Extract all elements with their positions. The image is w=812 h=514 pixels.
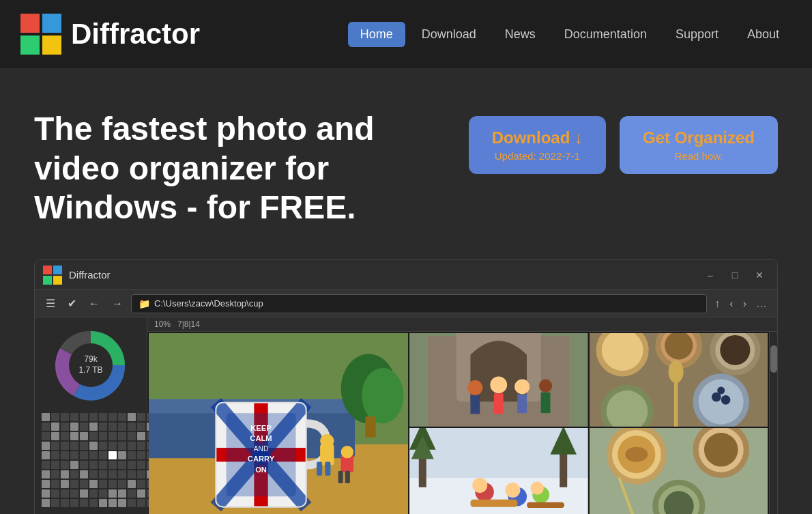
logo-area: Diffractor (20, 14, 200, 55)
svg-rect-35 (338, 471, 343, 483)
nav-support[interactable]: Support (663, 22, 731, 47)
diffractor-logo-icon (20, 14, 61, 55)
grid-cell (51, 442, 59, 450)
address-text: C:\Users\zacw\Desktop\cup (154, 298, 263, 309)
grid-cell (99, 432, 107, 440)
hero-buttons: Download ↓ Updated: 2022-7-1 Get Organiz… (469, 116, 778, 174)
svg-rect-36 (345, 471, 350, 483)
grid-cell (137, 499, 145, 507)
svg-point-56 (720, 335, 750, 365)
get-organized-button[interactable]: Get Organized Read how. (620, 116, 778, 174)
grid-cell (42, 423, 50, 431)
grid-cell (89, 461, 98, 469)
photo-br1-svg (409, 428, 588, 515)
photo-grid: KEEP CALM AND CARRY ON (147, 332, 769, 514)
scrollbar-thumb[interactable] (770, 345, 777, 373)
nav-prev-icon[interactable]: ‹ (726, 296, 736, 311)
grid-cell (80, 432, 88, 440)
minimize-button[interactable]: – (701, 266, 720, 285)
svg-point-40 (467, 380, 482, 395)
grid-cell (70, 423, 78, 431)
zoom-level: 10% (154, 319, 171, 329)
grid-cell (42, 432, 50, 440)
grid-cell (51, 461, 59, 469)
photo-top-right-2 (590, 333, 768, 427)
grid-cell (108, 432, 117, 440)
grid-cell (89, 499, 98, 507)
svg-rect-47 (541, 392, 551, 413)
grid-cell (80, 442, 88, 450)
menu-icon[interactable]: ☰ (42, 296, 59, 311)
grid-cell (51, 432, 59, 440)
nav-about[interactable]: About (735, 22, 792, 47)
grid-cell (99, 423, 107, 431)
header: Diffractor Home Download News Documentat… (0, 0, 812, 68)
disk-size: 1.7 TB (78, 365, 102, 376)
nav-documentation[interactable]: Documentation (552, 22, 659, 47)
photo-bottom-right-2 (590, 428, 768, 515)
svg-text:AND: AND (254, 445, 268, 453)
svg-text:CALM: CALM (250, 434, 272, 442)
grid-cell (128, 442, 136, 450)
maximize-button[interactable]: □ (725, 266, 744, 285)
hero-text: The fastest photo and video organizer fo… (34, 109, 389, 227)
folder-icon: 📁 (139, 298, 150, 309)
grid-cell (137, 461, 145, 469)
grid-cell (128, 489, 136, 498)
grid-cell (61, 451, 69, 459)
svg-rect-1 (42, 14, 61, 33)
grid-cell (80, 451, 88, 459)
nav-up-icon[interactable]: ↑ (711, 296, 723, 311)
grid-cell (128, 461, 136, 469)
grid-cell (89, 451, 98, 459)
svg-rect-16 (365, 416, 375, 438)
grid-cell (80, 423, 88, 431)
grid-cell (99, 413, 107, 421)
more-options-icon[interactable]: … (753, 296, 770, 311)
svg-rect-3 (42, 35, 61, 55)
disk-chart: 79k 1.7 TB (50, 324, 132, 406)
svg-point-30 (320, 434, 334, 448)
grid-cell (80, 489, 88, 498)
grid-cell (137, 480, 145, 488)
get-organized-label: Get Organized (643, 128, 755, 147)
nav-download[interactable]: Download (409, 22, 489, 47)
thumbnail-grid: // We'll generate grid cells inline via … (42, 413, 140, 507)
grid-cell (61, 432, 69, 440)
nav-home[interactable]: Home (348, 22, 405, 47)
grid-cell (99, 451, 107, 459)
grid-cell (70, 499, 78, 507)
grid-cell (89, 423, 98, 431)
grid-cell (118, 499, 126, 507)
back-icon[interactable]: ← (85, 296, 104, 311)
grid-cell (51, 423, 59, 431)
grid-cell (51, 451, 59, 459)
svg-rect-31 (317, 461, 322, 475)
grid-cell (118, 451, 126, 459)
nav-news[interactable]: News (493, 22, 548, 47)
check-icon[interactable]: ✔ (63, 296, 81, 311)
grid-cell (42, 470, 50, 479)
grid-cell (89, 470, 98, 479)
svg-rect-0 (20, 14, 40, 33)
grid-cell (80, 413, 88, 421)
grid-cell (61, 499, 69, 507)
download-button[interactable]: Download ↓ Updated: 2022-7-1 (469, 116, 606, 174)
grid-cell (108, 480, 117, 488)
nav-next-icon[interactable]: › (740, 296, 750, 311)
svg-rect-45 (517, 395, 527, 414)
grid-cell (80, 470, 88, 479)
close-button[interactable]: ✕ (750, 266, 769, 285)
address-bar[interactable]: 📁 C:\Users\zacw\Desktop\cup (131, 294, 707, 313)
grid-cell (51, 489, 59, 498)
grid-cell (128, 423, 136, 431)
grid-cell (80, 499, 88, 507)
grid-cell (61, 470, 69, 479)
grid-cell (42, 413, 50, 421)
scrollbar[interactable] (769, 332, 777, 514)
forward-icon[interactable]: → (108, 296, 127, 311)
grid-cell (61, 480, 69, 488)
window-controls: – □ ✕ (701, 266, 769, 285)
grid-cell (137, 489, 145, 498)
grid-cell (89, 432, 98, 440)
